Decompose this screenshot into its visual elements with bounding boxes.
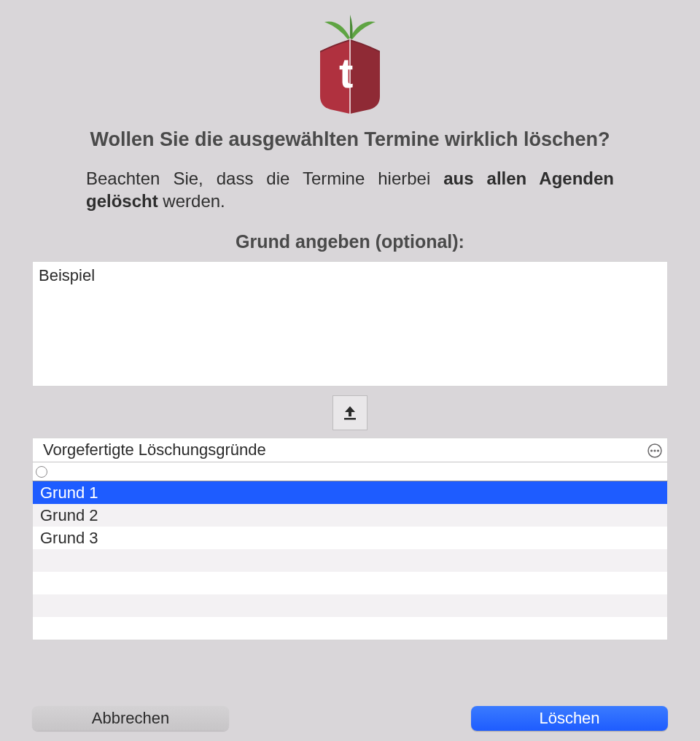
app-logo: t xyxy=(6,15,694,117)
preset-item[interactable]: Grund 2 xyxy=(33,504,667,527)
upload-icon xyxy=(341,403,359,422)
preset-reasons-list: Grund 1Grund 2Grund 3 xyxy=(32,481,668,640)
preset-reasons-header: Vorgefertigte Löschungsgründe xyxy=(32,438,668,462)
preset-item[interactable] xyxy=(33,549,667,572)
preset-item[interactable] xyxy=(33,594,667,617)
svg-point-5 xyxy=(657,450,659,452)
preset-header-label: Vorgefertigte Löschungsgründe xyxy=(43,441,266,459)
preset-item[interactable] xyxy=(33,572,667,594)
dialog-body: Beachten Sie, dass die Termine hierbei a… xyxy=(86,167,614,212)
reason-label: Grund angeben (optional): xyxy=(6,231,694,252)
delete-button[interactable]: Löschen xyxy=(471,706,668,731)
dialog-title: Wollen Sie die ausgewählten Termine wirk… xyxy=(35,128,665,151)
preset-filter-row[interactable] xyxy=(32,462,668,481)
reason-textarea[interactable] xyxy=(32,261,668,387)
dialog-buttons: Abbrechen Löschen xyxy=(32,706,668,731)
preset-item[interactable] xyxy=(33,617,667,640)
preset-item[interactable]: Grund 3 xyxy=(33,527,667,549)
tomato-logo-icon: t xyxy=(310,15,390,117)
preset-item[interactable]: Grund 1 xyxy=(33,481,667,504)
svg-point-3 xyxy=(650,450,653,452)
svg-point-4 xyxy=(653,450,656,452)
delete-appointments-dialog: t Wollen Sie die ausgewählten Termine wi… xyxy=(6,6,694,735)
body-text-pre: Beachten Sie, dass die Termine hierbei xyxy=(86,168,443,188)
svg-text:t: t xyxy=(339,49,353,96)
radio-empty-icon xyxy=(36,466,47,478)
cancel-button[interactable]: Abbrechen xyxy=(32,706,229,731)
body-text-post: werden. xyxy=(158,191,225,211)
insert-reason-button[interactable] xyxy=(332,395,368,430)
svg-rect-1 xyxy=(344,418,356,420)
more-icon[interactable] xyxy=(647,443,663,459)
